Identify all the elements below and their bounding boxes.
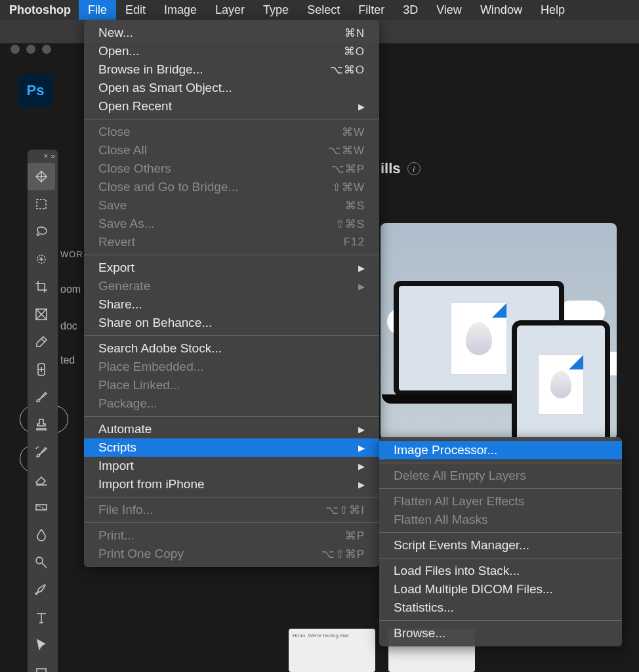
file-menu-new[interactable]: New...⌘N bbox=[84, 24, 379, 42]
file-menu-search-adobe-stock[interactable]: Search Adobe Stock... bbox=[84, 339, 379, 358]
file-menu-export[interactable]: Export▶ bbox=[84, 259, 379, 277]
tool-history-brush[interactable] bbox=[28, 438, 55, 466]
tablet-graphic bbox=[512, 320, 610, 440]
traffic-close[interactable] bbox=[10, 45, 20, 54]
menu-item-label: Load Files into Stack... bbox=[394, 564, 608, 578]
photoshop-logo: Ps bbox=[18, 74, 52, 108]
menu-item-label: New... bbox=[98, 26, 344, 40]
menu-item-shortcut: ⌥⇧⌘P bbox=[321, 547, 365, 561]
menu-separator bbox=[84, 497, 379, 497]
scripts-menu-browse[interactable]: Browse... bbox=[379, 624, 622, 642]
menu-item-label: Export bbox=[98, 261, 358, 275]
menu-separator bbox=[84, 255, 379, 255]
menu-3d[interactable]: 3D bbox=[394, 0, 427, 20]
scripts-menu-image-processor[interactable]: Image Processor... bbox=[379, 441, 622, 459]
tool-heal[interactable] bbox=[28, 356, 55, 383]
file-menu-close: Close⌘W bbox=[84, 123, 379, 141]
tool-path-select[interactable] bbox=[28, 631, 55, 659]
menu-filter[interactable]: Filter bbox=[349, 0, 394, 20]
menu-separator bbox=[84, 522, 379, 523]
file-menu-close-and-go-to-bridge: Close and Go to Bridge...⇧⌘W bbox=[84, 178, 379, 196]
menu-item-label: Script Events Manager... bbox=[394, 538, 608, 553]
tool-frame[interactable] bbox=[28, 301, 55, 328]
tool-stamp[interactable] bbox=[28, 411, 55, 438]
app-name: Photoshop bbox=[9, 0, 79, 20]
menu-window[interactable]: Window bbox=[471, 0, 531, 20]
menu-item-shortcut: ⌘N bbox=[344, 26, 365, 40]
menu-edit[interactable]: Edit bbox=[116, 0, 155, 20]
menu-select[interactable]: Select bbox=[298, 0, 349, 20]
menu-layer[interactable]: Layer bbox=[206, 0, 254, 20]
menu-item-label: Close and Go to Bridge... bbox=[98, 180, 332, 194]
file-menu-browse-in-bridge[interactable]: Browse in Bridge...⌥⌘O bbox=[84, 60, 379, 79]
menu-item-label: Automate bbox=[98, 422, 358, 436]
scripts-menu-statistics[interactable]: Statistics... bbox=[379, 598, 622, 617]
scripts-submenu: Image Processor...Delete All Empty Layer… bbox=[379, 437, 622, 646]
menu-separator bbox=[84, 335, 379, 336]
tool-eyedropper[interactable] bbox=[28, 328, 55, 356]
file-menu-import-from-iphone[interactable]: Import from iPhone▶ bbox=[84, 475, 379, 494]
menu-separator bbox=[379, 463, 622, 463]
file-menu-automate[interactable]: Automate▶ bbox=[84, 420, 379, 438]
window-traffic-lights[interactable] bbox=[10, 45, 51, 54]
menu-item-label: Browse... bbox=[394, 626, 608, 640]
menu-item-label: Import from iPhone bbox=[98, 477, 358, 492]
tool-lasso[interactable] bbox=[28, 218, 55, 245]
scripts-menu-load-multiple-dicom-files[interactable]: Load Multiple DICOM Files... bbox=[379, 580, 622, 598]
menu-file[interactable]: File bbox=[79, 0, 116, 20]
recent-thumb[interactable]: Hmm. We're finding that bbox=[289, 629, 375, 672]
tool-pen[interactable] bbox=[28, 576, 55, 604]
svg-point-5 bbox=[36, 557, 43, 564]
home-heading: ills i bbox=[381, 160, 421, 177]
file-menu-scripts[interactable]: Scripts▶ bbox=[84, 438, 379, 457]
menu-item-shortcut: ⌘W bbox=[342, 125, 365, 139]
tool-quick-select[interactable] bbox=[28, 245, 55, 273]
traffic-minimize[interactable] bbox=[26, 45, 35, 54]
menu-item-label: Print One Copy bbox=[98, 547, 321, 561]
file-menu-print: Print...⌘P bbox=[84, 526, 379, 545]
tool-move[interactable] bbox=[28, 163, 55, 190]
traffic-zoom[interactable] bbox=[42, 45, 51, 54]
file-menu-share-on-behance[interactable]: Share on Behance... bbox=[84, 314, 379, 332]
file-menu-open-as-smart-object[interactable]: Open as Smart Object... bbox=[84, 79, 379, 97]
deleted-label[interactable]: ted bbox=[60, 354, 75, 366]
menu-item-label: Save As... bbox=[98, 217, 335, 231]
menu-help[interactable]: Help bbox=[531, 0, 574, 20]
tool-gradient[interactable] bbox=[28, 494, 55, 521]
file-menu-import[interactable]: Import▶ bbox=[84, 457, 379, 475]
submenu-arrow-icon: ▶ bbox=[358, 102, 365, 112]
menu-item-label: Place Embedded... bbox=[98, 360, 365, 374]
menu-item-shortcut: ⇧⌘S bbox=[335, 217, 365, 231]
cloud-docs-label[interactable]: doc bbox=[60, 320, 77, 332]
tool-brush[interactable] bbox=[28, 383, 55, 411]
tool-dodge[interactable] bbox=[28, 549, 55, 576]
menu-type[interactable]: Type bbox=[254, 0, 298, 20]
menu-separator bbox=[84, 119, 379, 119]
tool-eraser[interactable] bbox=[28, 466, 55, 494]
menu-item-shortcut: ⌥⌘W bbox=[328, 144, 365, 158]
lightroom-label[interactable]: oom bbox=[60, 284, 81, 295]
tools-collapse-icon[interactable]: » bbox=[51, 152, 55, 161]
scripts-menu-script-events-manager[interactable]: Script Events Manager... bbox=[379, 536, 622, 555]
scripts-menu-flatten-all-layer-effects: Flatten All Layer Effects bbox=[379, 492, 622, 511]
scripts-menu-load-files-into-stack[interactable]: Load Files into Stack... bbox=[379, 562, 622, 580]
file-menu-open[interactable]: Open...⌘O bbox=[84, 42, 379, 60]
menu-item-label: Open... bbox=[98, 44, 344, 58]
menu-item-label: Save bbox=[98, 198, 345, 213]
cloud-hero-graphic bbox=[381, 223, 617, 440]
tool-rectangle[interactable] bbox=[28, 659, 55, 672]
tool-crop[interactable] bbox=[28, 273, 55, 301]
menu-view[interactable]: View bbox=[427, 0, 471, 20]
menu-item-label: Share... bbox=[98, 297, 365, 312]
tools-close-icon[interactable]: × bbox=[43, 152, 48, 161]
tool-blur[interactable] bbox=[28, 521, 55, 549]
menu-item-label: Flatten All Masks bbox=[394, 513, 608, 527]
file-menu-share[interactable]: Share... bbox=[84, 295, 379, 314]
info-icon[interactable]: i bbox=[407, 162, 421, 175]
file-menu-open-recent[interactable]: Open Recent▶ bbox=[84, 97, 379, 116]
file-menu-file-info: File Info...⌥⇧⌘I bbox=[84, 501, 379, 519]
tool-marquee[interactable] bbox=[28, 190, 55, 218]
tool-type[interactable] bbox=[28, 604, 55, 631]
menu-item-label: Revert bbox=[98, 235, 344, 249]
menu-image[interactable]: Image bbox=[155, 0, 206, 20]
